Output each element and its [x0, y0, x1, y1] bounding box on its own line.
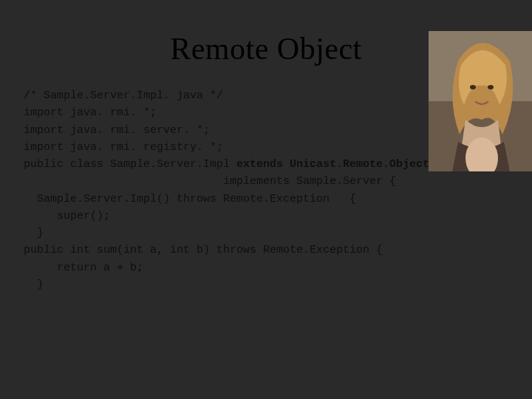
code-line: /* Sample.Server.Impl. java */: [24, 89, 223, 102]
code-bold: extends Unicast.Remote.Object: [236, 158, 429, 171]
code-line: import java. rmi. server. *;: [24, 124, 210, 137]
code-line: }: [24, 279, 44, 291]
svg-point-4: [488, 85, 494, 89]
code-line: }: [24, 227, 44, 239]
code-line: return a + b;: [24, 262, 143, 274]
code-line: super();: [24, 210, 110, 222]
slide: Remote Object /* Sample.Server.Impl. jav…: [0, 31, 532, 399]
code-line: implements Sample.Server {: [24, 175, 396, 188]
code-line: import java. rmi. *;: [24, 106, 157, 119]
portrait-photo: [429, 31, 532, 171]
code-line: Sample.Server.Impl() throws Remote.Excep…: [24, 193, 356, 205]
svg-point-3: [470, 85, 476, 89]
code-line: import java. rmi. registry. *;: [24, 141, 223, 154]
code-line: public int sum(int a, int b) throws Remo…: [24, 244, 383, 256]
code-line: public class Sample.Server.Impl extends …: [24, 158, 429, 171]
code-text: public class Sample.Server.Impl: [24, 158, 236, 171]
